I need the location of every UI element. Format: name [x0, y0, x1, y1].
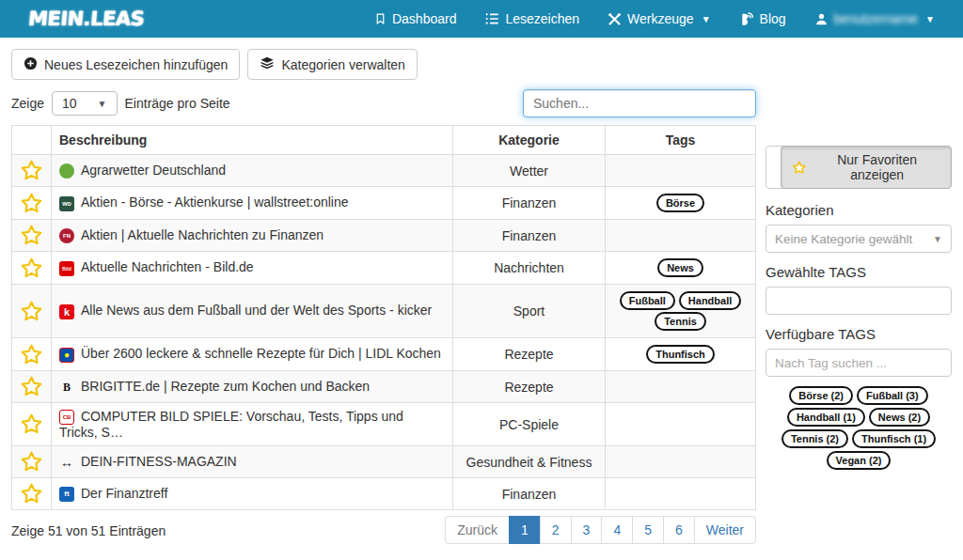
bookmark-title-cell[interactable]: BBRIGITTE.de | Rezepte zum Kochen und Ba…	[52, 371, 453, 403]
favorite-star-icon[interactable]	[20, 343, 43, 366]
search-input[interactable]	[523, 89, 756, 117]
bookmark-title-cell[interactable]: ↔DEIN-FITNESS-MAGAZIN	[52, 446, 453, 478]
favorite-star-icon[interactable]	[20, 375, 43, 398]
bookmark-title[interactable]: Aktien | Aktuelle Nachrichten zu Finanze…	[81, 227, 324, 242]
tags-cell	[606, 403, 756, 446]
nav-label: Blog	[760, 11, 786, 26]
bookmark-title[interactable]: Alle News aus dem Fußball und der Welt d…	[81, 303, 432, 318]
tags-cell: Börse	[606, 187, 756, 220]
bookmark-table: Beschreibung Kategorie Tags Agrarwetter …	[11, 125, 756, 510]
category-cell: Gesundheit & Fitness	[453, 446, 606, 478]
chevron-down-icon: ▼	[98, 99, 107, 109]
favorite-toggle-cell[interactable]	[12, 285, 52, 338]
favorite-toggle-cell[interactable]	[12, 371, 52, 403]
available-tag-pill[interactable]: News (2)	[869, 408, 930, 427]
nav-item-user-menu[interactable]: benutzername ▼	[814, 11, 935, 26]
page-button[interactable]: 3	[571, 516, 603, 544]
page-button[interactable]: 6	[663, 516, 695, 544]
available-tag-pill[interactable]: Thunfisch (1)	[852, 429, 936, 448]
manage-categories-button[interactable]: Kategorien verwalten	[247, 49, 418, 80]
username-label: benutzername	[834, 11, 919, 26]
available-tag-pill[interactable]: Vegan (2)	[827, 451, 892, 470]
favorite-star-icon[interactable]	[20, 224, 43, 247]
app-logo[interactable]: MEIN.LEAS	[27, 8, 145, 30]
favorite-toggle-cell[interactable]	[12, 187, 52, 220]
bookmark-title-cell[interactable]: woAktien - Börse - Aktienkurse | wallstr…	[52, 187, 453, 220]
bookmark-title[interactable]: Agrarwetter Deutschland	[81, 163, 226, 178]
selected-tags-input[interactable]	[766, 287, 952, 315]
page-size-select[interactable]: 10 ▼	[52, 91, 117, 116]
bookmark-title-cell[interactable]: ●Über 2600 leckere & schnelle Rezepte fü…	[52, 338, 453, 371]
add-bookmark-button[interactable]: Neues Lesezeichen hinzufügen	[11, 49, 240, 80]
bookmark-title[interactable]: BRIGITTE.de | Rezepte zum Kochen und Bac…	[81, 379, 370, 394]
available-tag-pill[interactable]: Tennis (2)	[781, 429, 848, 448]
page-size-value: 10	[62, 96, 77, 111]
bookmark-title-cell[interactable]: ftDer Finanztreff	[52, 478, 453, 510]
favorite-toggle-cell[interactable]	[12, 478, 52, 510]
available-tags-cloud: Börse (2)Fußball (3)Handball (1)News (2)…	[766, 385, 952, 471]
favorite-star-icon[interactable]	[20, 482, 43, 506]
chevron-down-icon: ▼	[925, 14, 935, 24]
bookmark-title-cell[interactable]: FNAktien | Aktuelle Nachrichten zu Finan…	[52, 220, 453, 252]
bookmark-title[interactable]: Über 2600 leckere & schnelle Rezepte für…	[81, 346, 441, 361]
category-cell: Rezepte	[453, 338, 606, 371]
favorite-star-icon[interactable]	[20, 412, 43, 436]
available-tag-pill[interactable]: Handball (1)	[787, 408, 865, 427]
description-column-header[interactable]: Beschreibung	[52, 126, 453, 155]
tag-search-input[interactable]	[766, 349, 952, 377]
favorite-star-icon[interactable]	[20, 159, 43, 182]
nav-item-lesezeichen[interactable]: Lesezeichen	[484, 11, 579, 26]
tag-pill[interactable]: Fußball	[620, 291, 675, 310]
bookmark-title[interactable]: Aktuelle Nachrichten - Bild.de	[81, 259, 254, 274]
bookmark-title[interactable]: Aktien - Börse - Aktienkurse | wallstree…	[81, 194, 349, 210]
tag-pill[interactable]: Börse	[656, 194, 704, 212]
favorite-toggle-cell[interactable]	[12, 403, 52, 446]
favorite-star-icon[interactable]	[20, 300, 43, 323]
favorite-toggle-cell[interactable]	[12, 220, 52, 252]
next-page-button[interactable]: Weiter	[694, 516, 756, 544]
tag-pill[interactable]: Thunfisch	[646, 345, 715, 364]
nav-item-dashboard[interactable]: Dashboard	[374, 11, 457, 26]
tag-pill[interactable]: Tennis	[655, 312, 706, 331]
toolbar: Neues Lesezeichen hinzufügen Kategorien …	[11, 49, 952, 80]
favorite-toggle-cell[interactable]	[12, 155, 52, 187]
bookmark-title-cell[interactable]: BildAktuelle Nachrichten - Bild.de	[52, 252, 453, 285]
table-footer: Zeige 51 von 51 Einträgen Zurück 123456 …	[11, 516, 756, 544]
available-tag-pill[interactable]: Börse (2)	[789, 386, 853, 405]
favorite-toggle-cell[interactable]	[12, 252, 52, 285]
layers-icon	[260, 55, 275, 73]
category-column-header[interactable]: Kategorie	[453, 126, 606, 155]
category-select[interactable]: Keine Kategorie gewählt ▼	[766, 225, 952, 253]
bookmark-title[interactable]: DEIN-FITNESS-MAGAZIN	[81, 454, 237, 469]
favorite-toggle-cell[interactable]	[12, 338, 52, 371]
page-button[interactable]: 4	[601, 516, 633, 544]
bookmark-title-cell[interactable]: CBCOMPUTER BILD SPIELE: Vorschau, Tests,…	[52, 403, 453, 446]
tags-column-header[interactable]: Tags	[606, 126, 756, 155]
bookmark-title-cell[interactable]: kAlle News aus dem Fußball und der Welt …	[52, 285, 453, 338]
favorite-star-icon[interactable]	[20, 257, 43, 280]
tags-cell: FußballHandballTennis	[606, 285, 756, 338]
favorite-star-icon[interactable]	[20, 192, 43, 215]
page-size-prefix: Zeige	[11, 96, 44, 111]
table-row: ftDer FinanztreffFinanzen	[12, 478, 756, 510]
bookmark-title[interactable]: COMPUTER BILD SPIELE: Vorschau, Tests, T…	[59, 409, 403, 440]
bookmark-title[interactable]: Der Finanztreff	[81, 486, 167, 501]
favorites-filter-button[interactable]: Nur Favoriten anzeigen	[781, 146, 952, 189]
bookmark-title-cell[interactable]: Agrarwetter Deutschland	[52, 155, 453, 187]
favorite-star-icon[interactable]	[20, 450, 43, 474]
site-favicon	[59, 163, 74, 179]
page-button[interactable]: 5	[632, 516, 664, 544]
tag-pill[interactable]: News	[657, 258, 703, 277]
tags-cell	[606, 220, 756, 252]
chevron-down-icon: ▼	[702, 14, 711, 24]
previous-page-button[interactable]: Zurück	[445, 516, 510, 544]
favorite-toggle-cell[interactable]	[12, 446, 52, 478]
tag-pill[interactable]: Handball	[679, 291, 741, 310]
nav-item-werkzeuge[interactable]: Werkzeuge ▼	[608, 11, 710, 26]
tags-cell: News	[606, 252, 756, 285]
nav-item-blog[interactable]: Blog	[739, 11, 786, 26]
favorites-toggle-group: Nur Favoriten anzeigen	[766, 146, 952, 189]
page-button[interactable]: 2	[540, 516, 572, 544]
page-button[interactable]: 1	[509, 516, 541, 544]
available-tag-pill[interactable]: Fußball (3)	[857, 386, 928, 405]
